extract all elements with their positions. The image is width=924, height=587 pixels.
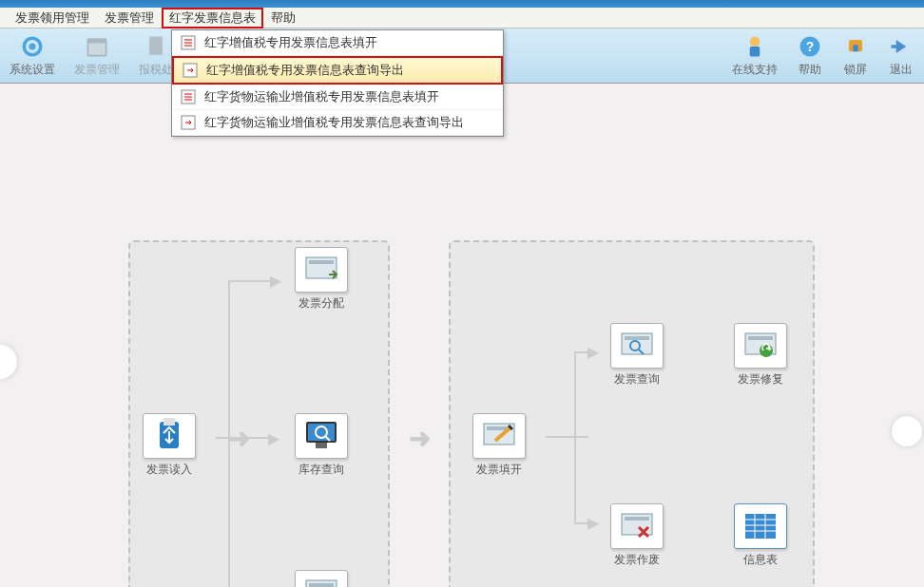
panel-left: ▶ ▶ ▶ 发票分配 (128, 240, 390, 587)
node-label: 发票作废 (614, 552, 660, 568)
toolbar-tax-label: 报税处 (139, 62, 173, 78)
node-invoice-import[interactable]: 发票读入 (135, 413, 203, 478)
form-icon (180, 34, 197, 51)
menu-red-invoice[interactable]: 红字发票信息表 (162, 8, 263, 28)
monitor-search-icon (302, 418, 340, 454)
dropdown-label: 红字货物运输业增值税专用发票信息表填开 (204, 88, 439, 105)
fill-icon (480, 420, 518, 452)
dropdown-label: 红字增值税专用发票信息表填开 (204, 34, 377, 51)
node-invoice-query[interactable]: 发票查询 (603, 323, 671, 388)
usb-icon (150, 418, 188, 454)
menubar: 发票领用管理 发票管理 红字发票信息表 帮助 (0, 8, 924, 28)
form-icon (180, 88, 197, 105)
arrow-right-icon: ➜ (228, 423, 250, 454)
svg-point-5 (750, 37, 760, 47)
arrow-right-icon: ▶ (587, 514, 599, 532)
svg-point-41 (760, 344, 773, 357)
toolbar-exit-label: 退出 (890, 62, 913, 78)
dropdown-item-cargo-export[interactable]: 红字货物运输业增值税专用发票信息表查询导出 (172, 110, 503, 136)
node-label: 发票读入 (146, 462, 192, 478)
toolbar-lock-label: 锁屏 (844, 62, 867, 78)
export-icon (182, 62, 199, 79)
node-invoice-void[interactable]: 发票作废 (603, 503, 671, 568)
gear-icon (19, 33, 46, 60)
svg-rect-25 (164, 418, 175, 426)
toolbar-invoice[interactable]: 发票管理 (65, 29, 129, 83)
svg-point-1 (29, 44, 36, 50)
svg-rect-3 (88, 44, 106, 55)
node-invoice-distribute[interactable]: 发票分配 (287, 247, 356, 312)
svg-rect-40 (748, 336, 773, 340)
node-info-table[interactable]: 信息表 (726, 503, 795, 568)
node-invoice-return[interactable]: 发票退回 (287, 570, 356, 587)
connector (546, 436, 588, 438)
svg-rect-4 (149, 37, 163, 55)
toolbar-help[interactable]: ? 帮助 (787, 29, 833, 83)
svg-rect-36 (625, 336, 649, 340)
arrow-right-icon: ▶ (587, 343, 599, 361)
toolbar-exit[interactable]: 退出 (878, 29, 924, 83)
document-icon (143, 33, 169, 60)
distribute-icon (302, 254, 340, 286)
dropdown-item-export[interactable]: 红字增值税专用发票信息表查询导出 (172, 56, 503, 85)
toolbar-help-label: 帮助 (799, 62, 821, 78)
return-icon (302, 577, 340, 587)
node-label: 发票分配 (298, 295, 344, 312)
menu-help[interactable]: 帮助 (263, 8, 303, 28)
svg-rect-11 (892, 45, 900, 48)
float-button-right[interactable] (892, 416, 922, 446)
export-icon (180, 114, 197, 131)
toolbar-lock[interactable]: 锁屏 (833, 29, 878, 83)
node-invoice-fill[interactable]: 发票填开 (465, 413, 533, 478)
node-stock-query[interactable]: 库存查询 (287, 413, 356, 478)
lock-icon (842, 33, 869, 60)
menu-invoice-mgmt[interactable]: 发票管理 (97, 8, 162, 28)
arrow-right-icon: ➜ (409, 423, 431, 454)
float-button-left[interactable] (0, 345, 17, 379)
node-label: 信息表 (743, 552, 778, 568)
node-label: 库存查询 (298, 462, 344, 478)
table-icon (741, 510, 780, 542)
dropdown-red-invoice: 红字增值税专用发票信息表填开 红字增值税专用发票信息表查询导出 红字货物运输业增… (171, 29, 504, 137)
toolbar-online-label: 在线支持 (732, 62, 778, 78)
panel-right: ▶ ▶ 发票填开 (449, 240, 815, 587)
dropdown-label: 红字增值税专用发票信息表查询导出 (206, 62, 404, 79)
canvas: ▶ ▶ ▶ 发票分配 (0, 84, 924, 587)
svg-rect-23 (309, 260, 334, 264)
arrow-right-icon: ▶ (270, 272, 281, 290)
svg-rect-32 (309, 583, 334, 587)
connector (228, 280, 274, 282)
svg-text:?: ? (806, 39, 815, 54)
search-icon (618, 330, 656, 362)
svg-rect-6 (750, 47, 760, 57)
toolbar-invoice-label: 发票管理 (74, 62, 120, 78)
dropdown-item-fill[interactable]: 红字增值税专用发票信息表填开 (172, 30, 503, 56)
repair-icon (741, 330, 780, 362)
node-label: 发票修复 (738, 371, 783, 388)
void-icon (618, 510, 656, 542)
support-icon (741, 33, 768, 60)
help-icon: ? (797, 33, 823, 60)
connector (574, 351, 576, 522)
svg-rect-44 (745, 514, 776, 539)
node-label: 发票填开 (476, 462, 522, 478)
svg-rect-28 (316, 443, 327, 448)
calendar-icon (84, 33, 110, 60)
svg-rect-43 (625, 517, 649, 521)
toolbar-settings[interactable]: 系统设置 (0, 29, 65, 83)
node-invoice-repair[interactable]: 发票修复 (726, 323, 795, 388)
exit-icon (888, 33, 914, 60)
dropdown-item-cargo-fill[interactable]: 红字货物运输业增值税专用发票信息表填开 (172, 85, 503, 110)
toolbar-settings-label: 系统设置 (10, 62, 55, 78)
node-label: 发票查询 (614, 371, 660, 388)
menu-receive-mgmt[interactable]: 发票领用管理 (8, 8, 97, 28)
dropdown-label: 红字货物运输业增值税专用发票信息表查询导出 (204, 114, 464, 131)
toolbar-online[interactable]: 在线支持 (722, 29, 787, 83)
svg-rect-10 (853, 45, 857, 51)
arrow-right-icon: ▶ (268, 429, 279, 447)
